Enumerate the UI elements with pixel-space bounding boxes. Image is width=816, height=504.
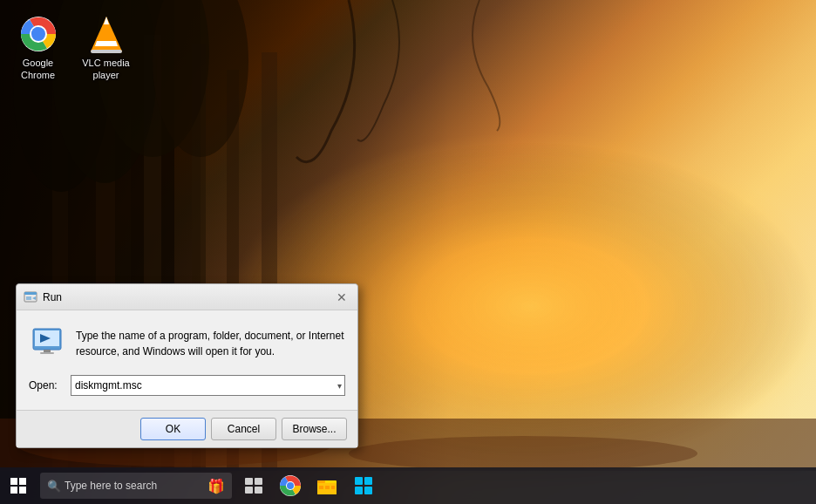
taskbar-search[interactable]: 🔍 Type here to search 🎁 bbox=[40, 473, 232, 499]
task-view-button[interactable] bbox=[235, 467, 272, 504]
taskbar-file-explorer-button[interactable] bbox=[309, 467, 345, 504]
taskbar-chrome-button[interactable] bbox=[272, 467, 309, 504]
svg-rect-45 bbox=[355, 477, 363, 485]
svg-rect-24 bbox=[24, 292, 37, 295]
dialog-body: Type the name of a program, folder, docu… bbox=[17, 310, 357, 447]
svg-rect-46 bbox=[364, 477, 372, 485]
store-icon bbox=[354, 476, 373, 495]
cancel-button[interactable]: Cancel bbox=[211, 418, 276, 440]
run-icon bbox=[29, 324, 65, 361]
taskbar-store-button[interactable] bbox=[345, 467, 382, 504]
svg-marker-26 bbox=[32, 296, 36, 300]
file-explorer-icon bbox=[317, 477, 337, 494]
search-placeholder: Type here to search bbox=[65, 480, 157, 492]
task-view-icon bbox=[245, 478, 262, 494]
desktop-icon-vlc[interactable]: VLC media player bbox=[73, 10, 139, 85]
dialog-description: Type the name of a program, folder, docu… bbox=[76, 324, 345, 359]
dialog-input-row: Open: diskmgmt.msc ▾ bbox=[29, 375, 345, 396]
taskbar: 🔍 Type here to search 🎁 bbox=[0, 467, 816, 504]
windows-logo-icon bbox=[10, 478, 26, 494]
run-input-wrapper: diskmgmt.msc ▾ bbox=[71, 375, 345, 396]
dialog-titlebar: Run ✕ bbox=[17, 284, 357, 310]
gift-icon: 🎁 bbox=[207, 478, 225, 494]
svg-rect-31 bbox=[40, 352, 54, 354]
chrome-icon-label: Google Chrome bbox=[9, 57, 67, 82]
run-dialog: Run ✕ Type t bbox=[16, 283, 358, 448]
ok-button[interactable]: OK bbox=[140, 418, 206, 440]
run-title-icon bbox=[24, 290, 37, 304]
svg-rect-33 bbox=[255, 478, 262, 485]
vlc-icon-label: VLC media player bbox=[77, 57, 135, 82]
svg-rect-44 bbox=[331, 486, 335, 489]
taskbar-chrome-icon bbox=[280, 475, 301, 496]
svg-rect-22 bbox=[91, 50, 122, 53]
browse-button[interactable]: Browse... bbox=[282, 418, 347, 440]
svg-point-15 bbox=[349, 436, 697, 471]
desktop-icon-chrome[interactable]: Google Chrome bbox=[5, 10, 71, 85]
open-label: Open: bbox=[29, 379, 64, 392]
search-icon: 🔍 bbox=[47, 480, 59, 492]
start-button[interactable] bbox=[0, 467, 37, 504]
svg-rect-30 bbox=[44, 350, 51, 352]
dialog-title: Run bbox=[43, 291, 333, 303]
svg-marker-21 bbox=[95, 41, 118, 46]
svg-rect-48 bbox=[364, 487, 372, 494]
run-input-select[interactable]: diskmgmt.msc bbox=[71, 375, 345, 396]
svg-rect-40 bbox=[317, 480, 325, 483]
svg-rect-32 bbox=[245, 478, 253, 485]
svg-rect-34 bbox=[245, 487, 253, 494]
svg-rect-25 bbox=[26, 296, 31, 300]
dialog-info-row: Type the name of a program, folder, docu… bbox=[29, 324, 345, 361]
svg-rect-47 bbox=[355, 487, 363, 494]
svg-rect-43 bbox=[325, 486, 330, 489]
dialog-close-button[interactable]: ✕ bbox=[333, 289, 350, 306]
dialog-buttons: OK Cancel Browse... bbox=[17, 410, 357, 447]
svg-rect-35 bbox=[255, 487, 262, 494]
vlc-icon-image bbox=[86, 14, 126, 53]
svg-rect-42 bbox=[319, 486, 323, 489]
chrome-icon-image bbox=[18, 14, 58, 53]
svg-marker-20 bbox=[104, 17, 109, 24]
desktop: Google Chrome VLC media player bbox=[0, 0, 816, 504]
svg-point-38 bbox=[287, 482, 294, 489]
